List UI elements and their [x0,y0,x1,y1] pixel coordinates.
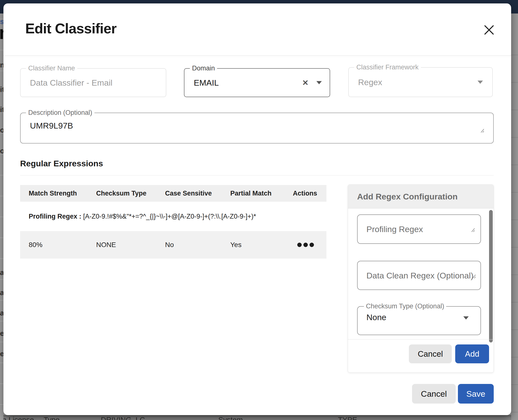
bg-fragment: er [0,350,3,357]
panel-divider [348,339,493,340]
section-divider [20,175,494,175]
add-regex-configuration-panel: Add Regex Configuration Profiling Regex … [348,184,494,373]
bg-fragment: n [0,23,3,42]
background-left-edge: s n n it it o o ● ● ● ● ● a a a er er [0,13,3,420]
bg-table-cell: Type [44,416,60,420]
resize-handle-icon[interactable] [471,228,476,233]
data-clean-regex-input[interactable]: Data Clean Regex (Optional) [357,261,481,290]
bg-fragment: o [0,126,3,134]
regex-table: Match Strength Checksum Type Case Sensit… [20,185,326,259]
panel-add-button[interactable]: Add [455,344,489,363]
profiling-regex-label: Profiling Regex : [29,213,81,220]
profiling-regex-input[interactable]: Profiling Regex [357,214,481,244]
regex-table-header: Match Strength Checksum Type Case Sensit… [20,185,326,202]
resize-handle-icon[interactable] [480,128,485,133]
chevron-down-icon [463,316,469,319]
background-table-row: ra License Type DRIVING_LC System TYPE [3,415,511,420]
background-right-edge [511,13,518,420]
profiling-regex-line: Profiling Regex : [A-Z0-9.!#$%&"*+=?^_{|… [20,202,326,231]
panel-cancel-button[interactable]: Cancel [409,344,452,363]
profiling-regex-placeholder: Profiling Regex [366,224,423,234]
bg-fragment: it [0,106,3,113]
classifier-name-label: Classifier Name [26,65,77,72]
col-match-strength: Match Strength [29,190,77,197]
cancel-button[interactable]: Cancel [412,384,456,404]
classifier-framework-label: Classifier Framework [354,64,421,71]
chevron-down-icon [478,81,483,84]
description-value: UMR9L97B [30,121,73,131]
bg-fragment: ● [0,249,0,255]
checksum-type-select[interactable]: Checksum Type (Optional) None [357,306,481,335]
close-icon [483,24,495,36]
profiling-regex-value: [A-Z0-9.!#$%&"*+=?^_{|}~\\-]+@[A-Z0-9-]+… [83,213,256,220]
panel-title: Add Regex Configuration [357,192,458,201]
description-label: Description (Optional) [26,109,94,117]
resize-handle-icon[interactable] [472,274,477,279]
regular-expressions-heading: Regular Expressions [20,159,103,168]
chevron-down-icon[interactable] [316,81,322,84]
domain-select[interactable]: Domain EMAIL ✕ [184,68,330,97]
bg-fragment: a [0,269,3,276]
edit-classifier-dialog: Edit Classifier Classifier Name Data Cla… [3,3,511,415]
panel-header: Add Regex Configuration [348,185,493,209]
bg-fragment: a [0,289,3,296]
classifier-name-value: Data Classifier - Email [30,78,112,88]
checksum-type-value: None [366,313,386,322]
domain-value: EMAIL [194,78,219,88]
cell-match-strength: 80% [29,241,42,249]
bg-table-cell: DRIVING_LC [101,416,145,420]
cell-case-sensitive: No [165,241,174,249]
bg-table-cell: ra License [3,416,34,420]
classifier-framework-value: Regex [358,78,382,87]
clear-icon[interactable]: ✕ [302,78,309,87]
bg-fragment: ● [0,228,0,235]
save-button[interactable]: Save [458,384,494,404]
col-partial-match: Partial Match [230,190,272,197]
col-checksum-type: Checksum Type [96,190,146,197]
bg-fragment: n [0,61,3,69]
cell-partial-match: Yes [230,241,242,249]
cell-checksum-type: NONE [96,241,116,249]
classifier-framework-select[interactable]: Classifier Framework Regex [348,67,493,97]
bg-fragment: ● [0,208,0,214]
bg-fragment: ● [0,167,0,174]
header-divider [3,55,511,56]
col-actions: Actions [293,190,317,197]
bg-fragment: ● [0,188,0,194]
col-case-sensitive: Case Sensitive [165,190,212,197]
bg-fragment: o [0,147,3,155]
checksum-type-label: Checksum Type (Optional) [364,302,446,310]
table-row: 80% NONE No Yes [20,231,326,259]
classifier-name-field[interactable]: Classifier Name Data Classifier - Email [20,68,166,97]
description-textarea[interactable]: Description (Optional) UMR9L97B [20,113,494,144]
data-clean-regex-placeholder: Data Clean Regex (Optional) [366,271,474,280]
domain-label: Domain [190,65,217,72]
panel-scrollbar[interactable] [489,210,493,342]
row-actions-menu-icon[interactable] [297,243,314,247]
bg-table-cell: TYPE [338,416,357,420]
bg-fragment: a [0,309,3,317]
bg-fragment: it [0,86,3,93]
close-button[interactable] [481,22,497,38]
bg-fragment: er [0,330,3,337]
screen: s n n it it o o ● ● ● ● ● a a a er er ra… [0,0,518,420]
bg-table-cell: System [218,416,243,420]
dialog-title: Edit Classifier [25,20,117,37]
